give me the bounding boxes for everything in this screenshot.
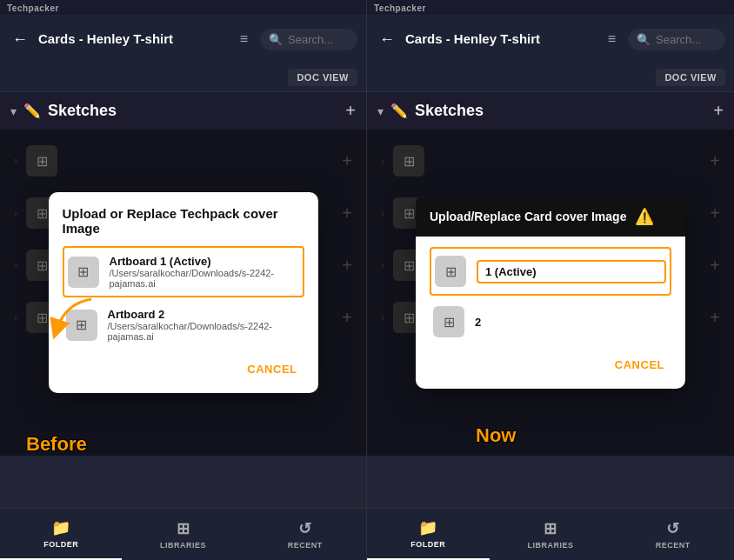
before-page-title: Cards - Henley T-shirt [38,31,228,47]
before-doc-view-bar: DOC VIEW [0,63,366,92]
now-top-bar: ← Cards - Henley T-shirt ≡ 🔍 [367,15,734,63]
now-content-area: › ⊞ + › ⊞ + › ⊞ + › ⊞ + Upload/Replace C… [367,130,734,508]
now-section-title: Sketches [415,102,706,120]
now-recent-icon: ↺ [666,519,680,538]
now-page-title: Cards - Henley T-shirt [405,31,596,47]
before-section-title: Sketches [48,102,338,120]
now-nav-recent[interactable]: ↺ RECENT [611,509,734,560]
now-modal: Upload/Replace Card cover Image ⚠️ ⊞ ⊞ 2… [416,197,685,389]
before-top-bar: ← Cards - Henley T-shirt ≡ 🔍 [0,15,366,63]
before-annotation-label: Before [26,433,87,456]
folder-label: FOLDER [43,540,78,549]
now-section-add-button[interactable]: + [713,101,724,121]
modal-artboard-icon-2: ⊞ [66,310,97,341]
now-modal-header-title: Upload/Replace Card cover Image [430,210,626,223]
now-modal-footer: CANCEL [430,355,671,375]
before-bottom-nav: 📁 FOLDER ⊞ LIBRARIES ↺ RECENT [0,508,366,560]
menu-button[interactable]: ≡ [235,28,253,50]
back-button[interactable]: ← [9,27,31,52]
before-title-bar: Techpacker [0,0,366,15]
before-modal: Upload or Replace Techpack cover Image ⊞… [49,192,318,393]
section-collapse-icon[interactable]: ▾ [10,104,17,118]
now-modal-artboard-icon: ⊞ [435,256,466,287]
before-modal-overlay: Upload or Replace Techpack cover Image ⊞… [0,130,366,456]
now-modal-item-2[interactable]: ⊞ 2 [430,299,671,344]
before-section-header: ▾ ✏️ Sketches + [0,92,366,130]
now-pencil-icon: ✏️ [390,103,408,119]
now-modal-item-1[interactable]: ⊞ [430,247,671,296]
before-cancel-button[interactable]: CANCEL [240,359,304,379]
now-search-box[interactable]: 🔍 [628,29,725,50]
before-nav-folder[interactable]: 📁 FOLDER [0,509,122,560]
folder-icon: 📁 [51,518,71,537]
now-cancel-button[interactable]: CANCEL [608,355,671,375]
now-modal-header: Upload/Replace Card cover Image ⚠️ [416,197,685,237]
now-doc-view-bar: DOC VIEW [367,63,734,92]
now-back-button[interactable]: ← [376,27,398,52]
now-title-bar: Techpacker [367,0,734,15]
pencil-icon: ✏️ [23,103,41,119]
now-modal-overlay: Upload/Replace Card cover Image ⚠️ ⊞ ⊞ 2… [367,130,734,456]
libraries-label: LIBRARIES [160,541,206,550]
search-input[interactable] [288,33,349,46]
before-modal-item-2-path: /Users/saralkochar/Downloads/s-2242-paja… [108,321,301,342]
now-nav-folder[interactable]: 📁 FOLDER [367,509,490,560]
recent-label: RECENT [288,541,323,550]
before-content-area: › ⊞ + › ⊞ + › ⊞ + › ⊞ + Upload or Replac… [0,130,366,508]
now-folder-label: FOLDER [410,540,445,549]
now-annotation-label: Now [476,424,516,447]
now-modal-item-2-name: 2 [475,316,481,329]
before-search-box[interactable]: 🔍 [260,29,357,50]
now-panel: Techpacker ← Cards - Henley T-shirt ≡ 🔍 … [367,0,734,560]
before-modal-item-1-path: /Users/saralkochar/Downloads/s-2242-paja… [110,268,299,289]
now-nav-libraries[interactable]: ⊞ LIBRARIES [490,509,612,560]
before-modal-item-2-info: Artboard 2 /Users/saralkochar/Downloads/… [108,308,301,342]
before-modal-footer: CANCEL [63,359,304,379]
recent-icon: ↺ [298,519,312,538]
now-recent-label: RECENT [656,541,691,550]
before-nav-libraries[interactable]: ⊞ LIBRARIES [122,509,244,560]
warning-icon: ⚠️ [635,207,654,226]
now-folder-icon: 📁 [418,518,438,537]
before-modal-item-2-name: Artboard 2 [108,308,301,321]
before-modal-title: Upload or Replace Techpack cover Image [63,206,304,236]
libraries-icon: ⊞ [177,519,190,538]
before-section-add-button[interactable]: + [345,101,356,121]
before-modal-item-2[interactable]: ⊞ Artboard 2 /Users/saralkochar/Download… [63,301,304,349]
before-nav-recent[interactable]: ↺ RECENT [244,509,366,560]
now-modal-item-1-input[interactable] [477,260,666,283]
modal-artboard-icon: ⊞ [68,257,99,288]
now-modal-artboard-icon-2: ⊞ [433,306,464,337]
now-bottom-nav: 📁 FOLDER ⊞ LIBRARIES ↺ RECENT [367,508,734,560]
now-libraries-label: LIBRARIES [528,541,574,550]
before-doc-view-button[interactable]: DOC VIEW [288,69,357,86]
now-search-icon: 🔍 [637,33,651,46]
before-panel: Techpacker ← Cards - Henley T-shirt ≡ 🔍 … [0,0,367,560]
now-menu-button[interactable]: ≡ [603,28,621,50]
now-search-input[interactable] [656,33,717,46]
before-modal-item-1[interactable]: ⊞ Artboard 1 (Active) /Users/saralkochar… [63,246,304,297]
now-doc-view-button[interactable]: DOC VIEW [656,69,725,86]
before-modal-item-1-info: Artboard 1 (Active) /Users/saralkochar/D… [110,255,299,289]
now-section-header: ▾ ✏️ Sketches + [367,92,734,130]
now-section-collapse-icon[interactable]: ▾ [377,104,384,118]
search-icon: 🔍 [269,33,283,46]
before-modal-item-1-name: Artboard 1 (Active) [110,255,299,268]
now-libraries-icon: ⊞ [544,519,557,538]
